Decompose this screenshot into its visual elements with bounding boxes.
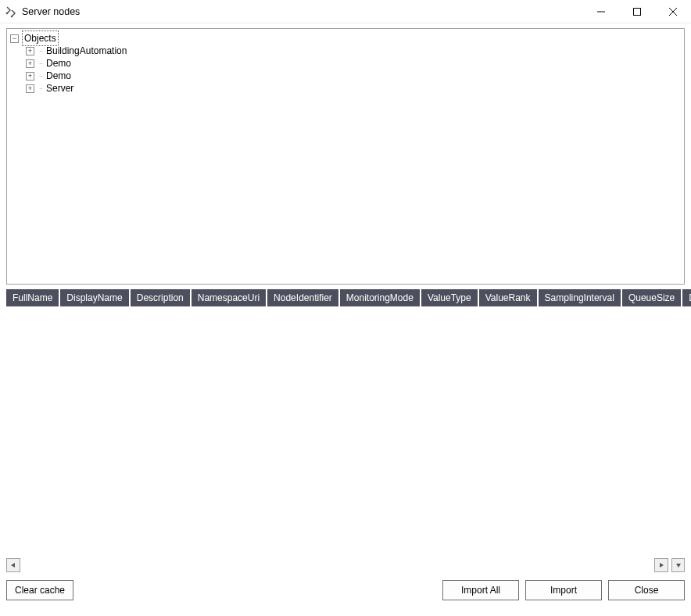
- object-tree[interactable]: − Objects +·· BuildingAutomation +·· Dem…: [6, 28, 685, 285]
- scroll-down-button[interactable]: [671, 558, 685, 572]
- svg-rect-3: [634, 8, 641, 15]
- window-controls: [583, 0, 691, 23]
- tree-node[interactable]: +·· BuildingAutomation: [24, 45, 682, 57]
- column-header[interactable]: QueueSize: [622, 289, 681, 306]
- collapse-icon[interactable]: −: [10, 34, 19, 43]
- grid-header: FullName DisplayName Description Namespa…: [6, 289, 685, 306]
- tree-node-label: Server: [46, 82, 73, 95]
- window-title: Server nodes: [22, 6, 80, 17]
- tree-node-label: Objects: [23, 32, 57, 45]
- expand-icon[interactable]: +: [26, 47, 34, 56]
- clear-cache-button[interactable]: Clear cache: [6, 580, 73, 600]
- column-header[interactable]: FullName: [6, 289, 59, 306]
- expand-icon[interactable]: +: [26, 84, 34, 93]
- svg-marker-7: [11, 563, 15, 568]
- tree-node[interactable]: +·· Demo: [24, 57, 682, 70]
- column-header[interactable]: SamplingInterval: [539, 289, 621, 306]
- button-row: Clear cache Import All Import Close: [6, 580, 685, 600]
- svg-marker-8: [660, 563, 664, 568]
- column-header[interactable]: DisplayName: [60, 289, 128, 306]
- scroll-left-button[interactable]: [6, 558, 20, 572]
- import-button[interactable]: Import: [525, 580, 602, 600]
- column-header[interactable]: ValueType: [421, 289, 478, 306]
- column-header[interactable]: Description: [131, 289, 190, 306]
- column-header[interactable]: DiscardOldest: [682, 289, 691, 306]
- expand-icon[interactable]: +: [26, 72, 34, 81]
- tree-node-label: Demo: [46, 57, 71, 70]
- tree-node[interactable]: +·· Server: [24, 82, 682, 95]
- app-icon: [5, 5, 17, 18]
- column-header[interactable]: NodeIdentifier: [267, 289, 338, 306]
- scroll-right-button[interactable]: [654, 558, 668, 572]
- titlebar: Server nodes: [0, 0, 691, 23]
- svg-point-0: [6, 12, 9, 14]
- tree-node-label: BuildingAutomation: [46, 45, 127, 57]
- column-header[interactable]: ValueRank: [479, 289, 537, 306]
- hscroll-track[interactable]: [20, 558, 654, 572]
- column-header[interactable]: NamespaceUri: [192, 289, 266, 306]
- minimize-button[interactable]: [583, 0, 619, 23]
- expand-icon[interactable]: +: [26, 59, 34, 68]
- svg-marker-9: [676, 564, 681, 568]
- column-header[interactable]: MonitoringMode: [340, 289, 420, 306]
- import-all-button[interactable]: Import All: [442, 580, 519, 600]
- close-button[interactable]: Close: [608, 580, 685, 600]
- svg-point-1: [11, 15, 13, 17]
- tree-node-objects[interactable]: − Objects: [9, 32, 682, 45]
- grid-body[interactable]: [6, 306, 685, 558]
- close-window-button[interactable]: [655, 0, 691, 23]
- tree-node[interactable]: +·· Demo: [24, 70, 682, 82]
- tree-node-label: Demo: [46, 70, 71, 82]
- maximize-button[interactable]: [619, 0, 655, 23]
